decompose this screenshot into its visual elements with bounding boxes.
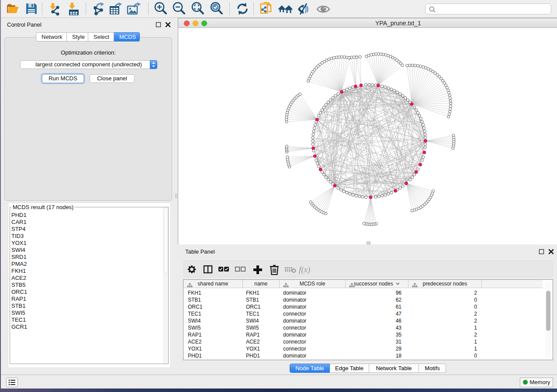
svg-text:f(x): f(x) bbox=[299, 265, 310, 275]
